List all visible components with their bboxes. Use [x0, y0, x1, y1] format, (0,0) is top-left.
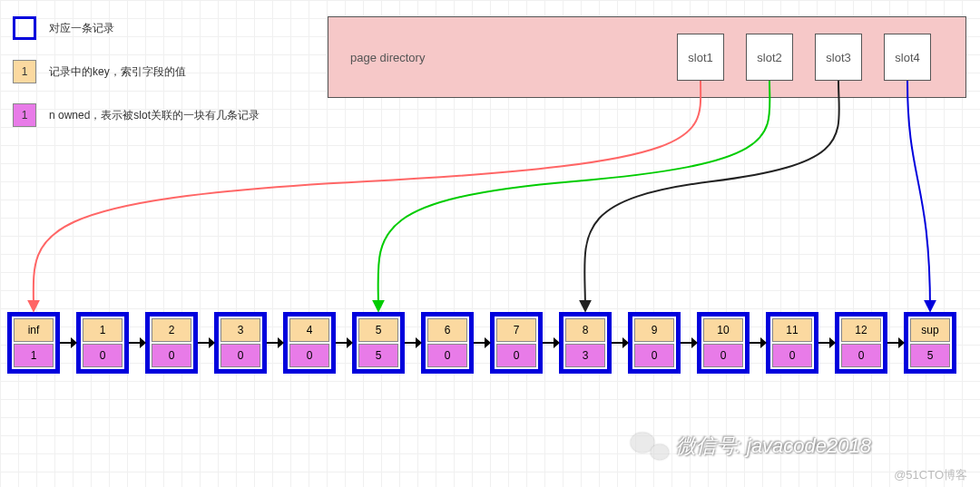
- record-12: 120: [835, 312, 887, 374]
- legend-record-swatch: [13, 16, 36, 40]
- slot-2: slot2: [746, 34, 793, 81]
- record-n-owned: 0: [152, 344, 191, 367]
- legend-owned-row: 1 n owned，表示被slot关联的一块有几条记录: [13, 103, 260, 127]
- page-directory-label: page directory: [350, 51, 425, 64]
- record-key: 8: [565, 318, 605, 342]
- record-n-owned: 0: [841, 344, 881, 367]
- record-3: 30: [214, 312, 267, 374]
- next-arrow-icon: [474, 338, 490, 347]
- record-n-owned: 0: [220, 344, 260, 367]
- record-n-owned: 0: [496, 344, 536, 367]
- slot-3: slot3: [815, 34, 862, 81]
- next-arrow-icon: [681, 338, 697, 347]
- record-9: 90: [628, 312, 681, 374]
- cto-watermark: @51CTO博客: [894, 467, 967, 483]
- record-sup: sup5: [904, 312, 956, 374]
- records-row: inf1102030405560708390100110120sup5: [7, 312, 956, 374]
- record-key: 12: [841, 318, 881, 342]
- next-arrow-icon: [198, 338, 214, 347]
- next-arrow-icon: [612, 338, 628, 347]
- record-n-owned: 0: [83, 344, 122, 367]
- record-11: 110: [766, 312, 818, 374]
- slot-4: slot4: [884, 34, 931, 81]
- slot-link-4: [907, 81, 930, 310]
- legend-record-row: 对应一条记录: [13, 16, 260, 40]
- record-n-owned: 3: [565, 344, 605, 367]
- next-arrow-icon: [129, 338, 145, 347]
- record-key: inf: [14, 318, 54, 342]
- record-5: 55: [352, 312, 405, 374]
- next-arrow-icon: [267, 338, 283, 347]
- record-key: 11: [772, 318, 812, 342]
- record-n-owned: 0: [427, 344, 467, 367]
- record-7: 70: [490, 312, 543, 374]
- wechat-icon: [631, 431, 669, 462]
- legend-key-row: 1 记录中的key，索引字段的值: [13, 60, 260, 83]
- record-6: 60: [421, 312, 474, 374]
- legend-key-swatch: 1: [13, 60, 36, 83]
- record-1: 10: [76, 312, 129, 374]
- record-key: 5: [358, 318, 398, 342]
- slot-container: slot1slot2slot3slot4: [677, 34, 931, 81]
- page-directory: page directory slot1slot2slot3slot4: [328, 16, 966, 98]
- record-key: 1: [83, 318, 122, 342]
- legend-owned-swatch: 1: [13, 103, 36, 127]
- record-2: 20: [145, 312, 198, 374]
- next-arrow-icon: [887, 338, 904, 347]
- legend-record-label: 对应一条记录: [49, 21, 114, 36]
- record-inf: inf1: [7, 312, 60, 374]
- record-key: 3: [220, 318, 260, 342]
- record-key: 2: [152, 318, 191, 342]
- record-key: 7: [496, 318, 536, 342]
- record-n-owned: 1: [14, 344, 54, 367]
- slot-link-2: [378, 81, 770, 310]
- next-arrow-icon: [60, 338, 76, 347]
- next-arrow-icon: [750, 338, 766, 347]
- next-arrow-icon: [405, 338, 421, 347]
- record-n-owned: 5: [910, 344, 950, 367]
- legend: 对应一条记录 1 记录中的key，索引字段的值 1 n owned，表示被slo…: [13, 16, 260, 147]
- legend-owned-label: n owned，表示被slot关联的一块有几条记录: [49, 108, 260, 123]
- record-n-owned: 0: [772, 344, 812, 367]
- record-10: 100: [697, 312, 750, 374]
- record-key: 4: [289, 318, 329, 342]
- record-4: 40: [283, 312, 336, 374]
- wechat-text: 微信号: javacode2018: [676, 433, 871, 460]
- record-key: 6: [427, 318, 467, 342]
- record-key: 9: [634, 318, 674, 342]
- slot-1: slot1: [677, 34, 724, 81]
- next-arrow-icon: [818, 338, 835, 347]
- next-arrow-icon: [336, 338, 352, 347]
- record-key: 10: [703, 318, 743, 342]
- wechat-watermark: 微信号: javacode2018: [631, 431, 871, 462]
- record-n-owned: 0: [289, 344, 329, 367]
- record-n-owned: 0: [634, 344, 674, 367]
- slot-link-3: [584, 81, 839, 310]
- record-n-owned: 5: [358, 344, 398, 367]
- record-8: 83: [559, 312, 612, 374]
- legend-key-label: 记录中的key，索引字段的值: [49, 64, 186, 80]
- next-arrow-icon: [543, 338, 559, 347]
- record-n-owned: 0: [703, 344, 743, 367]
- record-key: sup: [910, 318, 950, 342]
